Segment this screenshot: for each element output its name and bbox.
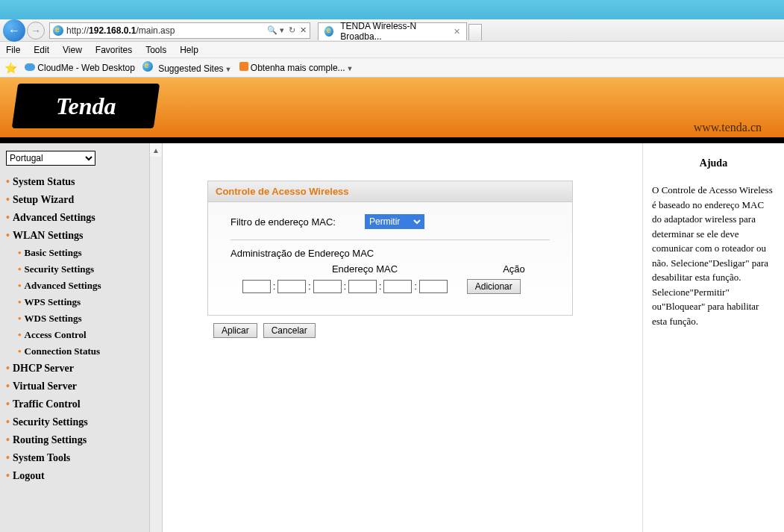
nav-advanced-settings[interactable]: Advanced Settings xyxy=(6,209,143,227)
content-row: Portugal System Status Setup Wizard Adva… xyxy=(0,143,784,532)
nav-dhcp-server[interactable]: DHCP Server xyxy=(6,360,143,378)
ie-icon xyxy=(53,25,63,36)
fav-cloudme[interactable]: CloudMe - Web Desktop xyxy=(25,63,135,73)
header-url: www.tenda.cn xyxy=(694,121,762,134)
close-tab-icon[interactable]: ✕ xyxy=(454,27,460,37)
tenda-logo: Tenda xyxy=(12,84,160,128)
rss-icon xyxy=(239,62,248,71)
back-button[interactable]: ← xyxy=(3,19,25,42)
fav-obtenha[interactable]: Obtenha mais comple...▼ xyxy=(239,62,354,73)
new-tab-button[interactable] xyxy=(468,24,482,40)
nav-virtual-server[interactable]: Virtual Server xyxy=(6,378,143,395)
address-bar[interactable]: http://192.168.0.1/main.asp 🔍 ▾ ↻ ✕ xyxy=(49,22,310,39)
mac-input-row: : : : : : Adicionar xyxy=(231,278,550,303)
menu-view[interactable]: View xyxy=(63,45,82,55)
nav-wps-settings[interactable]: WPS Settings xyxy=(18,294,143,310)
nav-routing-settings[interactable]: Routing Settings xyxy=(6,431,143,449)
panel-title: Controle de Acesso Wireless xyxy=(208,181,572,202)
mac-octet-1[interactable] xyxy=(242,280,271,293)
apply-button[interactable]: Aplicar xyxy=(213,323,257,338)
mac-octet-4[interactable] xyxy=(348,280,377,293)
mac-table-header: Endereço MAC Ação xyxy=(231,263,550,275)
nav-security-settings-main[interactable]: Security Settings xyxy=(6,413,143,431)
nav-security-settings[interactable]: Security Settings xyxy=(18,261,143,278)
help-panel: Ajuda O Controle de Acesso Wireless é ba… xyxy=(642,143,784,532)
mac-filter-label: Filtro de endereço MAC: xyxy=(231,216,350,228)
nav-wlan-submenu: Basic Settings Security Settings Advance… xyxy=(6,245,143,360)
ie-icon xyxy=(324,26,333,37)
col-action-header: Ação xyxy=(477,263,551,275)
nav-connection-status[interactable]: Connection Status xyxy=(18,343,143,360)
browser-navbar: ← → http://192.168.0.1/main.asp 🔍 ▾ ↻ ✕ … xyxy=(0,19,784,42)
mac-octet-3[interactable] xyxy=(313,280,342,293)
favorites-bar: ⭐ CloudMe - Web Desktop Suggested Sites▼… xyxy=(0,58,784,78)
divider xyxy=(231,240,550,240)
cancel-button[interactable]: Cancelar xyxy=(263,323,316,338)
menu-help[interactable]: Help xyxy=(180,45,198,55)
search-dropdown-icon[interactable]: 🔍 ▾ xyxy=(267,25,284,35)
page-content: Tenda www.tenda.cn Portugal System Statu… xyxy=(0,78,784,532)
nav-system-status[interactable]: System Status xyxy=(6,173,143,191)
nav-logout[interactable]: Logout xyxy=(6,467,143,485)
tab-active[interactable]: TENDA Wireless-N Broadba... ✕ xyxy=(318,22,467,40)
nav-setup-wizard[interactable]: Setup Wizard xyxy=(6,191,143,209)
mac-octet-2[interactable] xyxy=(277,280,306,293)
mac-admin-title: Administração de Endereço MAC xyxy=(231,248,550,259)
nav-wlan-settings[interactable]: WLAN Settings xyxy=(6,227,143,245)
ie-icon xyxy=(142,61,153,72)
tab-strip: TENDA Wireless-N Broadba... ✕ xyxy=(318,21,482,40)
fav-suggested[interactable]: Suggested Sites▼ xyxy=(142,61,232,74)
url-prefix: http:// xyxy=(66,25,89,36)
mac-filter-select[interactable]: Permitir xyxy=(365,214,424,229)
menu-edit[interactable]: Edit xyxy=(34,45,49,55)
menu-tools[interactable]: Tools xyxy=(145,45,166,55)
main-panel: Controle de Acesso Wireless Filtro de en… xyxy=(163,143,642,532)
tab-title: TENDA Wireless-N Broadba... xyxy=(340,21,445,42)
nav-wds-settings[interactable]: WDS Settings xyxy=(18,310,143,327)
cloud-icon xyxy=(25,63,35,71)
nav-list: System Status Setup Wizard Advanced Sett… xyxy=(6,173,143,485)
mac-octet-6[interactable] xyxy=(419,280,448,293)
col-mac-header: Endereço MAC xyxy=(275,263,454,275)
language-select[interactable]: Portugal xyxy=(6,151,95,166)
page-header: Tenda www.tenda.cn xyxy=(0,78,784,137)
nav-access-control[interactable]: Access Control xyxy=(18,327,143,343)
chevron-down-icon: ▼ xyxy=(347,65,354,72)
help-body: O Controle de Acesso Wireless é baseado … xyxy=(652,183,775,328)
url-host: 192.168.0.1 xyxy=(89,25,136,36)
stop-icon[interactable]: ✕ xyxy=(300,25,307,35)
add-button[interactable]: Adicionar xyxy=(467,279,521,294)
nav-basic-settings[interactable]: Basic Settings xyxy=(18,245,143,261)
menubar: File Edit View Favorites Tools Help xyxy=(0,42,784,58)
header-separator xyxy=(0,137,784,143)
forward-button[interactable]: → xyxy=(27,22,45,40)
menu-file[interactable]: File xyxy=(6,45,20,55)
chevron-down-icon: ▼ xyxy=(225,66,232,73)
url-path: /main.asp xyxy=(136,25,175,36)
window-titlebar xyxy=(0,0,784,19)
sidebar-scrollbar[interactable]: ▲ xyxy=(149,143,163,532)
nav-traffic-control[interactable]: Traffic Control xyxy=(6,395,143,413)
mac-octet-5[interactable] xyxy=(383,280,412,293)
scroll-up-icon[interactable]: ▲ xyxy=(150,143,162,157)
scroll-track[interactable] xyxy=(150,157,162,532)
button-row: Aplicar Cancelar xyxy=(207,323,598,338)
refresh-icon[interactable]: ↻ xyxy=(289,25,295,35)
sidebar: Portugal System Status Setup Wizard Adva… xyxy=(0,143,149,532)
add-favorite-icon[interactable]: ⭐ xyxy=(4,62,17,74)
nav-system-tools[interactable]: System Tools xyxy=(6,449,143,467)
mac-filter-row: Filtro de endereço MAC: Permitir xyxy=(231,214,550,229)
help-title: Ajuda xyxy=(652,155,775,171)
mac-table: Endereço MAC Ação : : : : : Adicionar xyxy=(231,263,550,303)
access-control-panel: Controle de Acesso Wireless Filtro de en… xyxy=(207,181,573,316)
nav-advanced-settings-sub[interactable]: Advanced Settings xyxy=(18,278,143,294)
menu-favorites[interactable]: Favorites xyxy=(95,45,132,55)
